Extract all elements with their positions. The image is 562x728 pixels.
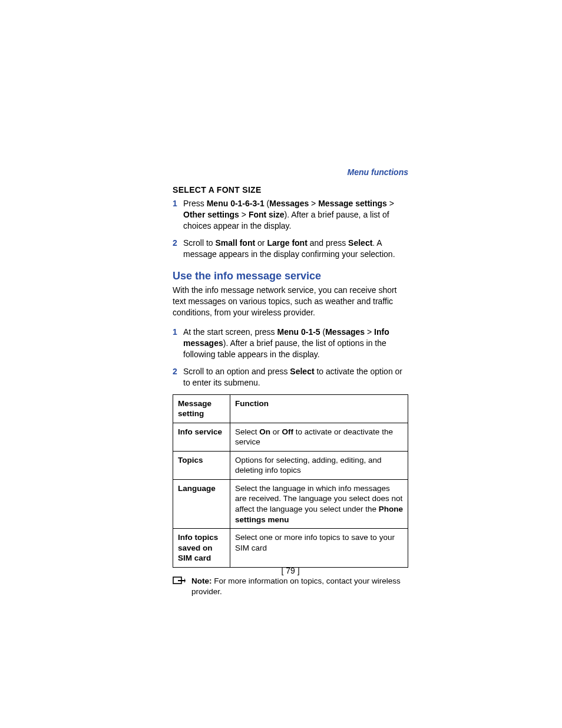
note-text: Note: For more information on topics, co… bbox=[191, 576, 408, 597]
list-number: 1 bbox=[173, 198, 183, 232]
list-item: 2 Scroll to an option and press Select t… bbox=[173, 366, 408, 388]
table-row: Language Select the language in which in… bbox=[173, 479, 408, 528]
running-header: Menu functions bbox=[173, 167, 408, 177]
table-cell: Info topics saved on SIM card bbox=[173, 529, 230, 568]
table-cell: Options for selecting, adding, editing, … bbox=[230, 451, 408, 479]
table-cell: Select one or more info topics to save t… bbox=[230, 529, 408, 568]
table-row: Topics Options for selecting, adding, ed… bbox=[173, 451, 408, 479]
list-item: 1 Press Menu 0-1-6-3-1 (Messages > Messa… bbox=[173, 198, 408, 232]
table-row: Info service Select On or Off to activat… bbox=[173, 423, 408, 451]
section-subheading: SELECT A FONT SIZE bbox=[173, 185, 408, 195]
info-message-table: Message setting Function Info service Se… bbox=[173, 394, 408, 568]
table-cell: Info service bbox=[173, 423, 230, 451]
section-heading: Use the info message service bbox=[173, 270, 408, 282]
table-header-cell: Function bbox=[230, 394, 408, 423]
note-icon bbox=[173, 576, 186, 587]
table-header-cell: Message setting bbox=[173, 394, 230, 423]
list-number: 2 bbox=[173, 366, 183, 388]
document-page: Menu functions SELECT A FONT SIZE 1 Pres… bbox=[173, 167, 408, 597]
list-number: 1 bbox=[173, 327, 183, 360]
paragraph: With the info message network service, y… bbox=[173, 285, 408, 318]
list-number: 2 bbox=[173, 238, 183, 260]
table-cell: Topics bbox=[173, 451, 230, 479]
list-item-body: Press Menu 0-1-6-3-1 (Messages > Message… bbox=[183, 198, 408, 232]
list-item: 1 At the start screen, press Menu 0-1-5 … bbox=[173, 327, 408, 360]
table-header-row: Message setting Function bbox=[173, 394, 408, 423]
table-cell: Select On or Off to activate or deactiva… bbox=[230, 423, 408, 451]
list-item-body: Scroll to an option and press Select to … bbox=[183, 366, 408, 388]
note-block: Note: For more information on topics, co… bbox=[173, 576, 408, 597]
list-item: 2 Scroll to Small font or Large font and… bbox=[173, 238, 408, 260]
table-cell: Select the language in which info messag… bbox=[230, 479, 408, 528]
page-number: [ 79 ] bbox=[173, 566, 408, 575]
table-row: Info topics saved on SIM card Select one… bbox=[173, 529, 408, 568]
list-item-body: Scroll to Small font or Large font and p… bbox=[183, 238, 408, 260]
list-item-body: At the start screen, press Menu 0-1-5 (M… bbox=[183, 327, 408, 360]
table-cell: Language bbox=[173, 479, 230, 528]
